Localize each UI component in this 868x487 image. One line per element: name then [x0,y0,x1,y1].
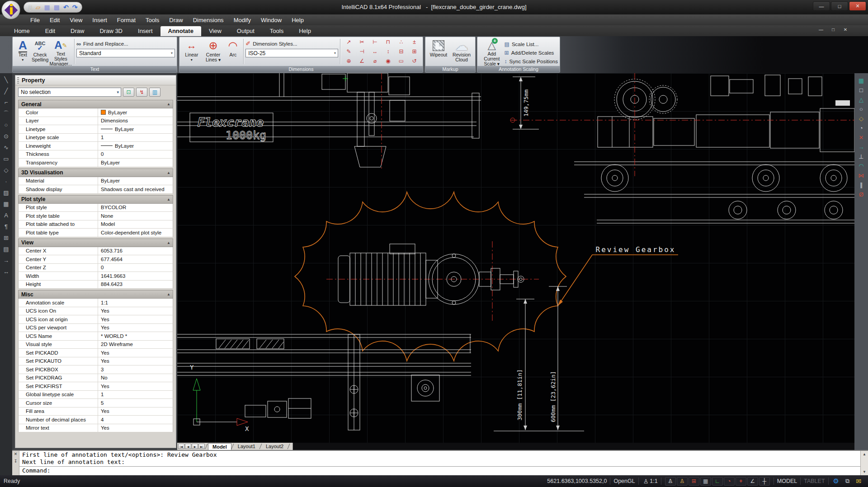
mdi-restore-icon[interactable]: □ [829,27,838,32]
property-value[interactable]: Yes [98,349,173,357]
ribbon-tab[interactable]: Annotate [160,26,201,36]
property-value[interactable]: Yes [98,407,173,416]
property-value[interactable]: Dimensions [98,117,173,125]
draw-tool-icon[interactable]: ╱ [1,88,11,97]
property-section-header[interactable]: General ▲ [18,100,173,108]
menu-item[interactable]: Insert [87,15,112,25]
property-section-header[interactable]: Misc ▲ [18,290,173,299]
property-value[interactable]: Yes [98,307,173,315]
layout-tab[interactable]: Model [208,443,231,450]
property-value[interactable]: 677.4564 [98,255,173,263]
layout-tab[interactable]: Layout1 [234,443,259,450]
snap-nearest-icon[interactable]: ⋈ [859,173,864,179]
lwt-icon[interactable]: ┼ [759,477,770,486]
snap-parallel-icon[interactable]: ∥ [860,182,863,188]
dimension-tool-icon[interactable]: ↗ [342,37,355,47]
customize-button[interactable]: ▥ [149,88,160,97]
annotation-scale-icon[interactable]: ♙ [643,478,649,485]
text-button[interactable]: A Text ▾ [15,38,31,65]
tablet-toggle[interactable]: TABLET [804,478,825,484]
draw-tool-icon[interactable]: ▦ [1,201,11,210]
draw-tool-icon[interactable]: ⊙ [1,133,11,142]
property-value[interactable]: Yes [98,424,173,432]
menu-item[interactable]: View [65,15,87,25]
tab-nav-button[interactable]: |◀ [178,444,184,449]
linear-dimension-button[interactable]: ↔ Linear ▾ [182,38,202,65]
estrack-icon[interactable]: ∠ [747,477,758,486]
property-value[interactable]: 2D Wireframe [98,341,173,349]
pin-icon[interactable]: ↧ [14,459,18,464]
dimension-tool-icon[interactable]: ⊟ [395,47,408,56]
annotation-visibility-icon[interactable]: ♙ [665,477,676,486]
select-objects-button[interactable]: ⊡ [123,88,134,97]
draw-tool-icon[interactable]: ¶ [1,224,11,232]
quick-select-button[interactable]: ↯ [136,88,147,97]
dimension-tool-icon[interactable]: ▭ [395,56,408,66]
ortho-icon[interactable]: ∟ [712,477,723,486]
panel-grip[interactable] [17,77,19,84]
property-value[interactable]: 5 [98,399,173,407]
menu-item[interactable]: Dimensions [188,15,229,25]
command-scrollbar[interactable]: ▲ ▼ [860,451,868,475]
dimension-tool-icon[interactable]: ✎ [342,47,355,56]
draw-tool-icon[interactable]: ▨ [1,190,11,198]
property-value[interactable]: BYCOLOR [98,204,173,212]
snap-intersection-icon[interactable]: ✕ [859,135,864,141]
settings-gear-icon[interactable]: ⚙ [833,477,839,485]
text-styles-manager-button[interactable]: A ✎ Text Styles Manager... [50,38,72,65]
property-section-header[interactable]: 3D Visualisation ▲ [18,169,173,177]
property-value[interactable]: 1 [98,391,173,399]
draw-tool-icon[interactable]: ⌐ [1,99,11,108]
arc-dimension-button[interactable]: ◠ Arc [225,38,241,65]
ribbon-tab[interactable]: Edit [38,26,63,36]
tab-nav-button[interactable]: ▶ [192,444,198,449]
add-current-scale-button[interactable]: △ + Add Current Scale ▾ [480,38,504,65]
draw-tool-icon[interactable]: ↔ [1,269,11,277]
property-value[interactable]: None [98,212,173,220]
collapse-icon[interactable]: ▲ [167,292,170,296]
snap-settings-icon[interactable]: ▦ [859,78,864,84]
ribbon-tab[interactable]: Draw 3D [92,26,130,36]
snap-extension-icon[interactable]: → [859,144,864,150]
dimension-tool-icon[interactable]: ⌀ [368,56,382,66]
menu-item[interactable]: Help [287,15,309,25]
tab-nav-button[interactable]: ◀ [185,444,191,449]
property-value[interactable]: Yes [98,357,173,365]
menu-item[interactable]: Modify [229,15,256,25]
property-value[interactable]: 884.6423 [98,281,173,289]
snap-node-icon[interactable]: ◇ [859,116,863,122]
ribbon-tab[interactable]: Output [229,26,262,36]
draw-tool-icon[interactable]: ⊞ [1,235,11,244]
tab-nav-button[interactable]: ▶| [198,444,205,449]
property-value[interactable]: No [98,374,173,382]
command-history[interactable]: First line of annotation text/<options>:… [19,451,860,467]
snap-perpendicular-icon[interactable]: ⊥ [859,154,863,160]
property-value[interactable]: 0 [98,264,173,272]
property-value[interactable]: 1:1 [98,299,173,307]
snap-tangent-icon[interactable]: ◠ [859,163,863,169]
snap-quadrant-icon[interactable]: ◔ [859,125,863,131]
property-value[interactable]: 3 [98,365,173,374]
center-lines-button[interactable]: ⊕ Center Lines ▾ [203,38,224,65]
ribbon-tab[interactable]: Home [6,26,38,36]
grid-icon[interactable]: ▦ [700,477,711,486]
command-input[interactable]: Command: [19,467,860,475]
draw-tool-icon[interactable]: ▤ [1,246,11,255]
clear-snaps-icon[interactable]: Ø [859,192,863,198]
mdi-close-icon[interactable]: ✕ [841,27,850,32]
property-value[interactable]: 6053.716 [98,247,173,255]
mail-icon[interactable]: ✉ [856,478,861,485]
annotation-scale-value[interactable]: 1:1 [650,478,657,484]
draw-tool-icon[interactable]: · [1,178,11,187]
scroll-down-icon[interactable]: ▼ [863,468,866,475]
property-value[interactable]: Yes [98,324,173,332]
sync-scale-positions-button[interactable]: ↕ Sync Scale Positions [505,57,558,65]
menu-item[interactable]: Window [256,15,287,25]
dimension-tool-icon[interactable]: ± [408,37,421,47]
dimension-tool-icon[interactable]: ⊕ [342,56,355,66]
property-value[interactable]: 4 [98,416,173,424]
draw-tool-icon[interactable]: ╲ [1,77,11,85]
property-value[interactable]: 1641.9663 [98,272,173,280]
draw-tool-icon[interactable]: → [1,258,11,266]
dimension-tool-icon[interactable]: ◉ [382,56,395,66]
